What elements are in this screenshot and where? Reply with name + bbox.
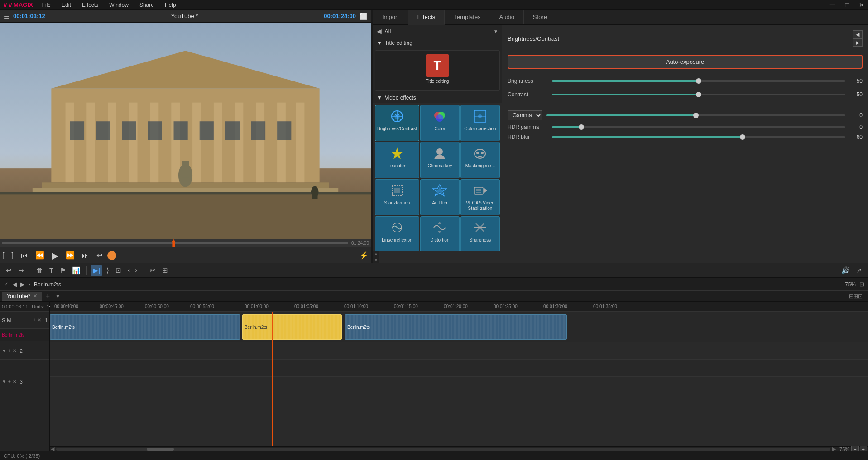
gamma-slider-track[interactable] <box>546 114 845 116</box>
effects-scrollbar[interactable]: ▲ ▼ <box>373 251 379 263</box>
export-btn[interactable]: ↗ <box>854 265 864 276</box>
window-minimize[interactable]: ─ <box>830 0 835 9</box>
effect-linsenreflexion[interactable]: Linsenreflexion <box>375 216 419 251</box>
scroll-track-h[interactable] <box>56 448 830 451</box>
storyboard-btn[interactable]: 📊 <box>70 265 83 276</box>
window-close[interactable]: ✕ <box>859 1 864 9</box>
redo-btn[interactable]: ↪ <box>16 265 26 276</box>
track1-sm-btn[interactable]: S <box>2 318 5 323</box>
view-toggle-btns[interactable]: ⊟⊞⊡ <box>849 293 863 299</box>
go-start-btn[interactable]: ⏮ <box>19 250 30 261</box>
track1-add-btn[interactable]: + <box>33 318 36 322</box>
effect-art-filter[interactable]: Art filter <box>420 179 460 215</box>
nav-forward-btn[interactable]: ▶ <box>20 281 25 288</box>
scroll-thumb-h[interactable] <box>147 448 174 451</box>
contrast-thumb[interactable] <box>696 92 701 97</box>
track3-add-btn[interactable]: + <box>8 379 11 384</box>
track-row-3[interactable] <box>50 360 868 377</box>
panel-back-btn[interactable]: ◀ <box>853 30 863 38</box>
tab-store[interactable]: Store <box>524 10 556 24</box>
hdr-gamma-track[interactable] <box>552 126 845 128</box>
tab-dropdown-btn[interactable]: ▼ <box>55 294 60 299</box>
track2-expand-btn[interactable]: ▼ <box>2 348 6 353</box>
contrast-slider-track[interactable] <box>552 94 845 95</box>
clip-berlin-3[interactable]: Berlin.m2ts <box>345 314 567 340</box>
tab-templates[interactable]: Templates <box>445 10 490 24</box>
stretch-btn[interactable]: ⟺ <box>125 265 140 276</box>
add-tab-btn[interactable]: + <box>44 292 52 300</box>
loop-btn[interactable]: ↩ <box>94 250 105 261</box>
gamma-thumb[interactable] <box>693 113 699 118</box>
track2-del-btn[interactable]: ✕ <box>13 348 16 353</box>
scroll-left-btn[interactable]: ◀ <box>51 446 54 451</box>
track-row-2[interactable] <box>50 342 868 360</box>
title-btn[interactable]: T <box>47 265 56 275</box>
effect-distortion[interactable]: Distortion <box>420 216 460 251</box>
fit-btn[interactable]: ⊡ <box>859 281 864 288</box>
track3-expand-btn[interactable]: ▼ <box>2 379 6 384</box>
audio-btn[interactable]: ⚡ <box>357 250 371 261</box>
mark-in-btn[interactable]: [ <box>0 250 6 261</box>
menu-effects[interactable]: Effects <box>80 1 100 9</box>
menu-help[interactable]: Help <box>163 1 178 9</box>
track3-del-btn[interactable]: ✕ <box>13 379 16 384</box>
back-btn[interactable]: ◀ <box>377 28 382 35</box>
progress-marker[interactable] <box>171 239 176 247</box>
prev-frame-btn[interactable]: ⏪ <box>33 250 47 261</box>
scroll-down-btn[interactable]: ▼ <box>373 257 379 263</box>
marker-btn[interactable]: ⚑ <box>58 265 68 276</box>
delete-btn[interactable]: 🗑 <box>34 265 45 275</box>
menu-share[interactable]: Share <box>138 1 156 9</box>
undo-btn[interactable]: ↩ <box>4 265 14 276</box>
select-move-btn[interactable]: ⟩ <box>104 265 111 276</box>
timeline-tracks[interactable]: Berlin.m2ts Berlin.m2ts Berlin <box>50 312 868 446</box>
filter-dropdown-arrow[interactable]: ▼ <box>494 29 498 34</box>
effect-color-correction[interactable]: Color correction <box>460 105 500 141</box>
track-row-1[interactable]: Berlin.m2ts Berlin.m2ts Berlin <box>50 312 868 342</box>
brightness-slider-track[interactable] <box>552 80 845 82</box>
tab-effects[interactable]: Effects <box>408 10 445 25</box>
record-btn[interactable] <box>107 251 116 260</box>
timeline-scrollbar-h[interactable]: ◀ ▶ 75% − + <box>50 446 868 451</box>
effect-chroma-key[interactable]: Chroma key <box>420 142 460 178</box>
go-end-btn[interactable]: ⏭ <box>80 250 91 261</box>
audio-mix-btn[interactable]: 🔊 <box>839 265 852 276</box>
auto-exposure-btn[interactable]: Auto-exposure <box>508 55 863 69</box>
track1-del-btn[interactable]: ✕ <box>38 318 41 322</box>
gamma-dropdown[interactable]: Gamma <box>508 110 542 120</box>
effect-stanzformen[interactable]: Stanzformen <box>375 179 419 215</box>
menu-edit[interactable]: Edit <box>60 1 73 9</box>
progress-track[interactable] <box>2 242 348 244</box>
razor-btn[interactable]: ✂ <box>148 265 158 276</box>
close-tab-btn[interactable]: ✕ <box>33 293 37 299</box>
range-select-btn[interactable]: ⊡ <box>113 265 124 276</box>
nav-back-btn[interactable]: ◀ <box>12 281 17 288</box>
select-tool-btn[interactable]: ▶| <box>91 265 102 276</box>
panel-forward-btn[interactable]: ▶ <box>853 38 863 47</box>
split-all-btn[interactable]: ⊞ <box>160 265 170 276</box>
track2-add-btn[interactable]: + <box>8 348 11 353</box>
effect-leuchten[interactable]: Leuchten <box>375 142 419 178</box>
tab-import[interactable]: Import <box>373 10 408 24</box>
menu-window[interactable]: Window <box>107 1 130 9</box>
play-btn[interactable]: ▶ <box>49 249 61 262</box>
hdr-gamma-thumb[interactable] <box>579 124 584 130</box>
category-video-effects[interactable]: ▼ Video effects <box>373 93 502 103</box>
scroll-right-btn[interactable]: ▶ <box>832 446 836 451</box>
effect-sharpness[interactable]: Sharpness <box>460 216 500 251</box>
project-tab-youtube[interactable]: YouTube* ✕ <box>2 292 42 301</box>
tab-audio[interactable]: Audio <box>490 10 524 24</box>
menu-file[interactable]: File <box>40 1 53 9</box>
hdr-blur-thumb[interactable] <box>740 134 745 140</box>
track1-m-btn[interactable]: M <box>7 318 11 323</box>
effect-vegas-video[interactable]: VEGAS Video Stabilization <box>460 179 500 215</box>
window-maximize[interactable]: □ <box>845 1 849 9</box>
category-title-editing[interactable]: ▼ Title editing <box>373 38 502 48</box>
effect-brightness-contrast[interactable]: Brightness/Contrast <box>375 105 419 141</box>
maximize-preview-btn[interactable]: ⬜ <box>360 13 367 20</box>
mark-out-btn[interactable]: ] <box>9 250 15 261</box>
progress-bar-area[interactable]: 01:24:00 <box>0 239 371 247</box>
effect-title-editing[interactable]: T Title editing <box>375 50 500 91</box>
hdr-blur-track[interactable] <box>552 136 845 138</box>
clip-berlin-1[interactable]: Berlin.m2ts <box>50 314 240 340</box>
